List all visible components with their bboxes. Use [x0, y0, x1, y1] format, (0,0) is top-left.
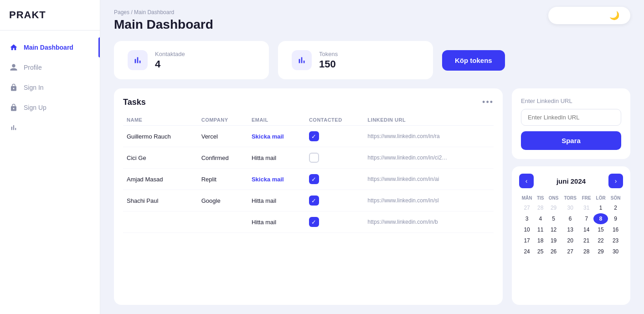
- tasks-title: Tasks: [123, 98, 146, 107]
- calendar-day[interactable]: 28: [579, 246, 593, 257]
- sidebar-item-main-dashboard[interactable]: Main Dashboard: [0, 37, 100, 57]
- calendar-day[interactable]: 16: [608, 224, 623, 235]
- calendar-day[interactable]: 7: [579, 213, 593, 224]
- calendar-day-header: TIS: [535, 194, 546, 202]
- kontaktade-card: Kontaktade 4: [114, 41, 269, 79]
- cell-name: Shachi Paul: [123, 190, 198, 211]
- calendar-day[interactable]: 9: [608, 213, 623, 224]
- sidebar-label-sign-in: Sign In: [24, 84, 44, 91]
- calendar-day[interactable]: 6: [561, 213, 579, 224]
- stats-row: Kontaktade 4 Tokens 150 Köp tokens: [114, 41, 630, 79]
- cell-contacted: [305, 190, 364, 211]
- calendar-day[interactable]: 31: [579, 202, 593, 213]
- cell-contacted: [305, 211, 364, 233]
- calendar-prev-button[interactable]: ‹: [519, 174, 534, 188]
- calendar-grid: MÅNTISONSTORSFRELÖRSÖN 27282930311234567…: [519, 194, 623, 257]
- cell-name: [123, 211, 198, 233]
- col-linkedin: LINKEDIN URL: [364, 114, 494, 126]
- calendar-day[interactable]: 29: [593, 246, 608, 257]
- calendar-day[interactable]: 29: [546, 202, 561, 213]
- sidebar-label-sign-up: Sign Up: [24, 104, 46, 111]
- cell-linkedin: https://www.linkedin.com/in/ci2b2565283/: [364, 147, 494, 169]
- checkbox-checked[interactable]: [309, 196, 319, 206]
- table-row: Shachi Paul Google Hitta mail https://ww…: [123, 190, 494, 211]
- email-plain: Hitta mail: [252, 197, 276, 204]
- tokens-info: Tokens 150: [319, 51, 338, 70]
- calendar-day[interactable]: 2: [608, 202, 623, 213]
- calendar-day[interactable]: 8: [593, 213, 608, 224]
- calendar-day[interactable]: 19: [546, 235, 561, 246]
- kontaktade-label: Kontaktade: [155, 51, 185, 57]
- calendar-day[interactable]: 30: [561, 202, 579, 213]
- sidebar-item-sign-up[interactable]: Sign Up: [0, 98, 100, 118]
- cell-email: Hitta mail: [248, 211, 305, 233]
- buy-tokens-button[interactable]: Köp tokens: [442, 50, 505, 71]
- calendar-day[interactable]: 15: [593, 224, 608, 235]
- checkbox-checked[interactable]: [309, 174, 319, 184]
- checkbox-checked[interactable]: [309, 217, 319, 227]
- sidebar-item-sign-in[interactable]: Sign In: [0, 77, 100, 98]
- linkedin-url-input[interactable]: [521, 109, 621, 126]
- checkbox-unchecked[interactable]: [309, 153, 319, 163]
- lock-icon-signup: [9, 103, 18, 112]
- tasks-panel: Tasks ••• NAME COMPANY EMAIL CONTACTED L…: [114, 88, 503, 305]
- sidebar-item-profile[interactable]: Profile: [0, 57, 100, 77]
- cell-contacted: [305, 147, 364, 169]
- content-area: Kontaktade 4 Tokens 150 Köp tokens: [100, 36, 644, 314]
- calendar-day[interactable]: 22: [593, 235, 608, 246]
- email-link[interactable]: Skicka mail: [252, 176, 284, 183]
- calendar-day[interactable]: 27: [561, 246, 579, 257]
- calendar-day[interactable]: 13: [561, 224, 579, 235]
- calendar-month-year: juni 2024: [556, 177, 586, 185]
- calendar-day[interactable]: 20: [561, 235, 579, 246]
- cell-name: Amjad Masad: [123, 169, 198, 190]
- tasks-menu-button[interactable]: •••: [482, 98, 494, 107]
- calendar-day[interactable]: 21: [579, 235, 593, 246]
- calendar-day[interactable]: 26: [546, 246, 561, 257]
- email-link[interactable]: Skicka mail: [252, 133, 284, 140]
- tokens-value: 150: [319, 58, 338, 70]
- sidebar: PRAKT Main Dashboard Profile Sign In Sig…: [0, 0, 100, 314]
- calendar-day-header: FRE: [579, 194, 593, 202]
- app-logo: PRAKT: [0, 9, 100, 30]
- sidebar-item-charts[interactable]: [0, 118, 100, 138]
- calendar-header: ‹ juni 2024 ›: [519, 174, 623, 188]
- cell-contacted: [305, 126, 364, 147]
- calendar-day[interactable]: 25: [535, 246, 546, 257]
- cell-email: Skicka mail: [248, 126, 305, 147]
- calendar-day[interactable]: 17: [519, 235, 535, 246]
- cell-company: [198, 211, 248, 233]
- calendar-day[interactable]: 3: [519, 213, 535, 224]
- calendar-day[interactable]: 18: [535, 235, 546, 246]
- kontaktade-icon: [128, 50, 148, 70]
- calendar-day[interactable]: 23: [608, 235, 623, 246]
- cell-email: Skicka mail: [248, 169, 305, 190]
- tokens-card: Tokens 150: [278, 41, 433, 79]
- calendar-day[interactable]: 28: [535, 202, 546, 213]
- calendar-day[interactable]: 4: [535, 213, 546, 224]
- checkbox-checked[interactable]: [309, 131, 319, 141]
- tokens-icon: [292, 50, 312, 70]
- sidebar-label-main-dashboard: Main Dashboard: [24, 44, 73, 51]
- calendar-day[interactable]: 12: [546, 224, 561, 235]
- cell-linkedin: https://www.linkedin.com/in/ai: [364, 169, 494, 190]
- calendar-day[interactable]: 27: [519, 202, 535, 213]
- calendar-day[interactable]: 11: [535, 224, 546, 235]
- calendar-day[interactable]: 1: [593, 202, 608, 213]
- user-icon: [9, 63, 18, 72]
- dark-mode-toggle[interactable]: 🌙: [548, 7, 630, 24]
- cell-company: Google: [198, 190, 248, 211]
- calendar-day[interactable]: 5: [546, 213, 561, 224]
- calendar-day[interactable]: 30: [608, 246, 623, 257]
- spara-button[interactable]: Spara: [521, 131, 621, 150]
- calendar-next-button[interactable]: ›: [608, 174, 623, 188]
- calendar-day[interactable]: 14: [579, 224, 593, 235]
- calendar-day[interactable]: 10: [519, 224, 535, 235]
- calendar-day[interactable]: 24: [519, 246, 535, 257]
- cell-name: Cici Ge: [123, 147, 198, 169]
- col-name: NAME: [123, 114, 198, 126]
- sidebar-label-profile: Profile: [24, 64, 42, 71]
- cell-company: Vercel: [198, 126, 248, 147]
- table-row: Guillermo Rauch Vercel Skicka mail https…: [123, 126, 494, 147]
- right-panels: Enter Linkedin URL Spara ‹ juni 2024 › M…: [512, 88, 630, 305]
